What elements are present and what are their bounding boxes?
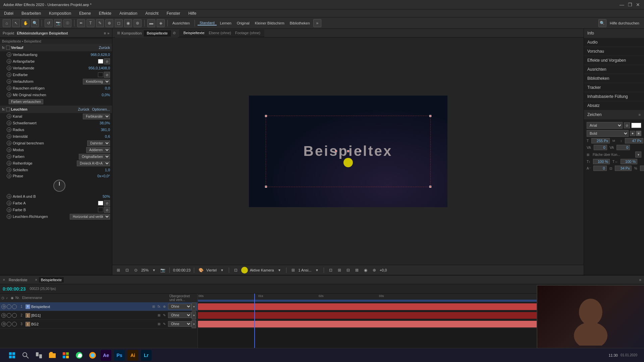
clock-icon-6[interactable]: ◷ bbox=[7, 86, 11, 90]
vc-viewdrop[interactable]: ▾ bbox=[314, 267, 320, 274]
parent-dropdown-3[interactable]: ▾ bbox=[192, 320, 196, 328]
clock-k6[interactable]: ◷ bbox=[7, 147, 11, 152]
time-cursor[interactable] bbox=[254, 294, 255, 353]
workspace-align[interactable]: Ausrichten bbox=[170, 21, 192, 25]
clock-k5[interactable]: ◷ bbox=[7, 141, 11, 145]
workspace-small[interactable]: Kleiner Bildschirm bbox=[253, 21, 286, 25]
leuchten-back[interactable]: Zurück bbox=[78, 107, 90, 111]
workspace-original[interactable]: Original bbox=[235, 21, 252, 25]
anteil-value[interactable]: 50% bbox=[103, 194, 110, 198]
menu-datei[interactable]: Datei bbox=[3, 10, 15, 16]
verlauf-back[interactable]: Zurück bbox=[99, 46, 110, 50]
horiz-scale-input[interactable] bbox=[621, 159, 637, 164]
workspace-learn[interactable]: Lernen bbox=[218, 21, 233, 25]
handle-bl[interactable] bbox=[265, 186, 267, 188]
kerning-input[interactable] bbox=[594, 145, 607, 150]
clock-k12[interactable]: ◷ bbox=[7, 201, 11, 205]
audio-icon-3[interactable] bbox=[7, 322, 11, 326]
reihenfolge-select[interactable]: Dreieck A>B>A bbox=[77, 161, 110, 166]
tool-clone[interactable]: ⊕ bbox=[105, 19, 113, 27]
tool-shape-rect[interactable]: ▬ bbox=[147, 19, 155, 27]
menu-komposition[interactable]: Komposition bbox=[48, 10, 72, 16]
vc-zoomdrop[interactable]: ▾ bbox=[151, 267, 157, 274]
parent-select-3[interactable]: Ohne bbox=[168, 321, 192, 327]
font-size-input[interactable] bbox=[591, 138, 610, 143]
radius-value[interactable]: 381,0 bbox=[101, 128, 110, 132]
right-preview[interactable]: Vorschau bbox=[584, 47, 644, 56]
ai-icon[interactable]: Ai bbox=[127, 350, 138, 361]
vc-zoom[interactable]: 25% bbox=[141, 268, 149, 272]
whatsapp-icon[interactable] bbox=[74, 350, 85, 361]
view-tab-main[interactable]: Beispieltexte bbox=[183, 31, 205, 35]
vc-guides[interactable]: ⊞ bbox=[336, 267, 343, 274]
clock-k1[interactable]: ◷ bbox=[7, 114, 11, 119]
key-icon-3[interactable]: ⊞ bbox=[157, 322, 161, 326]
vc-safe[interactable]: ⊡ bbox=[327, 267, 334, 274]
anfangsfarbe-swatch[interactable] bbox=[98, 59, 103, 64]
view-tab-ebene[interactable]: Ebene (ohne) bbox=[209, 31, 231, 35]
workspace-more[interactable]: » bbox=[313, 19, 321, 27]
leuchten-header[interactable]: fx Leuchten Zurück Optionen... bbox=[0, 106, 112, 113]
workspace-libraries[interactable]: Bibliotheken bbox=[288, 21, 312, 25]
right-tracker[interactable]: Tracker bbox=[584, 83, 644, 92]
menu-hilfe[interactable]: Hilfe bbox=[187, 10, 198, 16]
fläche-btn[interactable]: ▾ bbox=[635, 152, 641, 158]
clock-k9[interactable]: ◷ bbox=[7, 168, 11, 172]
verlaufsanfang-value[interactable]: 968,0,628,0 bbox=[91, 53, 110, 57]
phase-dial[interactable] bbox=[53, 180, 65, 192]
verlauf-header[interactable]: fx Verlauf Zurück bbox=[0, 44, 112, 51]
clock-icon-3[interactable]: ◷ bbox=[7, 66, 11, 70]
menu-fenster[interactable]: Fenster bbox=[165, 10, 182, 16]
intensitaet-value[interactable]: 0,6 bbox=[105, 134, 110, 138]
vc-quality[interactable]: Viertel bbox=[206, 268, 217, 272]
vc-channels[interactable]: ◉ bbox=[362, 267, 369, 274]
endfarbe-swatch[interactable] bbox=[98, 72, 103, 77]
kanal-select[interactable]: Farbkanäle bbox=[83, 114, 110, 119]
beispieltexte-close[interactable]: ✕ bbox=[35, 278, 38, 282]
clock-k3[interactable]: ◷ bbox=[7, 127, 11, 132]
layer-row-3[interactable]: ◷ 3 [ BG2 ⊞ ✎ Ohne ▾ bbox=[0, 320, 198, 328]
comp-tab-settings[interactable]: ⊘ bbox=[173, 31, 176, 35]
store-icon[interactable] bbox=[60, 350, 71, 361]
view-tab-footage[interactable]: Footage (ohne) bbox=[235, 31, 260, 35]
rauschen-value[interactable]: 0,0 bbox=[105, 86, 110, 90]
font-style-select[interactable]: Bold bbox=[587, 130, 629, 137]
tool-brush[interactable]: ✎ bbox=[96, 19, 104, 27]
explorer-icon[interactable] bbox=[47, 350, 58, 361]
richtungen-select[interactable]: Horizontal und vertikal bbox=[70, 214, 110, 220]
maximize-btn[interactable]: ❐ bbox=[627, 2, 633, 7]
vc-pixel[interactable]: ⊡ bbox=[124, 267, 130, 274]
clock-k7[interactable]: ◷ bbox=[7, 154, 11, 159]
right-libraries[interactable]: Bibliotheken bbox=[584, 74, 644, 83]
endfarbe-pipette[interactable]: ⊘ bbox=[104, 72, 110, 78]
audio-icon-1[interactable] bbox=[7, 304, 11, 309]
pencil-2[interactable]: ✎ bbox=[162, 313, 167, 318]
modus-select[interactable]: Addieren bbox=[86, 147, 110, 153]
panel-menu-icon[interactable]: ≡ bbox=[104, 31, 106, 35]
farbe-b-pipette[interactable]: ⊘ bbox=[104, 207, 110, 213]
tracking-input[interactable] bbox=[616, 145, 630, 150]
anfangsfarbe-pipette[interactable]: ⊘ bbox=[104, 58, 110, 64]
vis-icon-1[interactable]: ◷ bbox=[1, 304, 6, 309]
leuchten-options[interactable]: Optionen... bbox=[92, 107, 110, 111]
font-color-box[interactable] bbox=[631, 123, 641, 128]
menu-effekte[interactable]: Effekte bbox=[98, 10, 113, 16]
tab-projekt[interactable]: Projekt bbox=[3, 31, 14, 35]
font-family-select[interactable]: Arial bbox=[587, 122, 623, 129]
vc-time[interactable]: 0:00:00:23 bbox=[173, 268, 191, 272]
leuchten-checkbox[interactable] bbox=[6, 107, 10, 111]
vc-color[interactable]: 🎨 bbox=[198, 267, 204, 274]
clock-k4[interactable]: ◷ bbox=[7, 134, 11, 139]
percent-input[interactable] bbox=[640, 166, 644, 171]
tab-effekteinstellungen[interactable]: Effekteinstellungen Beispieltext bbox=[17, 31, 68, 35]
tool-text[interactable]: T bbox=[87, 19, 95, 27]
indent-input[interactable] bbox=[615, 166, 632, 171]
character-menu[interactable]: ≡ bbox=[639, 113, 641, 117]
vc-green-indicator[interactable] bbox=[241, 267, 248, 274]
vc-camera[interactable]: Aktive Kamera bbox=[250, 268, 274, 272]
handle-tr[interactable] bbox=[429, 115, 431, 117]
tool-pan[interactable]: ☉ bbox=[63, 19, 71, 27]
clock-k10[interactable]: ◷ bbox=[7, 174, 11, 178]
mischen-value[interactable]: 0,0% bbox=[102, 93, 110, 97]
start-button[interactable] bbox=[7, 350, 17, 361]
